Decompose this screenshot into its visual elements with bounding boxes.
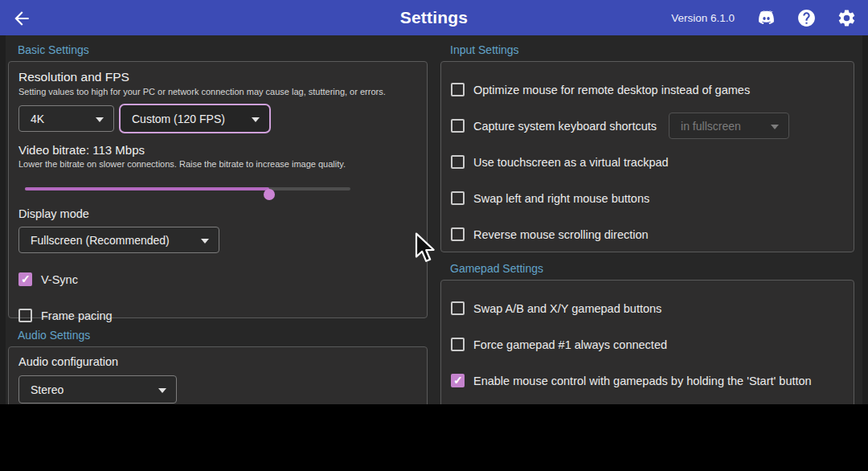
force-gamepad-checkbox[interactable] (451, 338, 465, 351)
input-settings-header: Input Settings (450, 43, 519, 56)
optimize-mouse-checkbox[interactable] (451, 83, 465, 96)
help-button[interactable] (796, 7, 817, 28)
swap-gamepad-buttons-checkbox[interactable] (451, 301, 465, 315)
discord-icon (756, 8, 776, 28)
touchscreen-trackpad-label: Use touchscreen as a virtual trackpad (473, 156, 669, 169)
vsync-label: V-Sync (41, 273, 78, 286)
chevron-down-icon (96, 117, 104, 122)
capture-shortcuts-mode-dropdown: in fullscreen (669, 113, 789, 139)
gamepad-settings-header: Gamepad Settings (450, 262, 543, 275)
swap-mouse-buttons-label: Swap left and right mouse buttons (473, 192, 649, 205)
capture-shortcuts-mode-value: in fullscreen (681, 120, 741, 133)
optimize-mouse-label: Optimize mouse for remote desktop instea… (473, 84, 750, 96)
mouse-control-gamepad-checkbox-row[interactable]: Enable mouse control with gamepads by ho… (451, 362, 844, 399)
slider-handle[interactable] (264, 189, 275, 200)
resolution-fps-description: Setting values too high for your PC or n… (18, 87, 417, 96)
chevron-down-icon (201, 239, 209, 244)
swap-mouse-buttons-checkbox-row[interactable]: Swap left and right mouse buttons (451, 180, 844, 216)
chevron-down-icon (158, 388, 166, 393)
top-bar: Settings Version 6.1.0 (0, 0, 868, 35)
optimize-mouse-checkbox-row[interactable]: Optimize mouse for remote desktop instea… (451, 72, 844, 108)
bitrate-slider-fill (25, 187, 269, 190)
frame-pacing-label: Frame pacing (41, 309, 113, 322)
gamepad-settings-group: Swap A/B and X/Y gamepad buttons Force g… (440, 280, 854, 404)
version-label: Version 6.1.0 (671, 12, 735, 24)
vsync-checkbox[interactable] (18, 272, 32, 286)
audio-settings-header: Audio Settings (18, 329, 90, 342)
vsync-checkbox-row[interactable]: V-Sync (18, 261, 417, 297)
audio-configuration-dropdown[interactable]: Stereo (18, 375, 177, 403)
bitrate-description: Lower the bitrate on slower connections.… (18, 159, 417, 169)
help-icon (796, 8, 817, 28)
resolution-dropdown[interactable]: 4K (18, 105, 114, 132)
input-settings-group: Optimize mouse for remote desktop instea… (440, 61, 854, 252)
mouse-control-gamepad-checkbox[interactable] (451, 374, 465, 387)
chevron-down-icon (771, 125, 779, 129)
swap-mouse-buttons-checkbox[interactable] (451, 191, 465, 205)
reverse-scrolling-checkbox-row[interactable]: Reverse mouse scrolling direction (451, 216, 844, 252)
touchscreen-trackpad-checkbox-row[interactable]: Use touchscreen as a virtual trackpad (451, 144, 844, 180)
reverse-scrolling-label: Reverse mouse scrolling direction (473, 228, 649, 241)
capture-shortcuts-label: Capture system keyboard shortcuts (473, 120, 657, 133)
audio-configuration-label: Audio configuration (18, 355, 417, 368)
display-mode-value: Fullscreen (Recommended) (31, 234, 170, 247)
discord-button[interactable] (755, 7, 776, 28)
audio-settings-group: Audio configuration Stereo (8, 346, 428, 404)
reverse-scrolling-checkbox[interactable] (451, 227, 465, 241)
resolution-value: 4K (31, 113, 44, 125)
gear-icon (837, 8, 857, 28)
bitrate-slider[interactable] (25, 183, 350, 195)
settings-button[interactable] (836, 7, 857, 28)
audio-configuration-value: Stereo (31, 383, 63, 396)
swap-gamepad-buttons-label: Swap A/B and X/Y gamepad buttons (473, 302, 661, 315)
left-edge (0, 35, 6, 404)
top-bar-actions: Version 6.1.0 (671, 0, 857, 35)
swap-gamepad-buttons-checkbox-row[interactable]: Swap A/B and X/Y gamepad buttons (451, 290, 844, 326)
force-gamepad-checkbox-row[interactable]: Force gamepad #1 always connected (451, 326, 844, 362)
resolution-fps-title: Resolution and FPS (18, 70, 417, 84)
force-gamepad-label: Force gamepad #1 always connected (473, 338, 667, 351)
settings-content: Basic Settings Resolution and FPS Settin… (0, 35, 868, 404)
bitrate-title: Video bitrate: 113 Mbps (18, 143, 417, 157)
basic-settings-header: Basic Settings (18, 43, 89, 56)
basic-settings-group: Resolution and FPS Setting values too hi… (8, 61, 428, 318)
scrollbar-track[interactable] (862, 35, 868, 404)
capture-shortcuts-checkbox-row[interactable]: Capture system keyboard shortcuts in ful… (451, 108, 844, 144)
fps-value: Custom (120 FPS) (132, 113, 225, 125)
display-mode-label: Display mode (18, 207, 417, 220)
settings-screen: Settings Version 6.1.0 (0, 0, 868, 471)
frame-pacing-checkbox[interactable] (18, 309, 32, 322)
display-mode-dropdown[interactable]: Fullscreen (Recommended) (18, 227, 219, 253)
capture-shortcuts-checkbox[interactable] (451, 119, 465, 133)
touchscreen-trackpad-checkbox[interactable] (451, 155, 465, 169)
fps-dropdown[interactable]: Custom (120 FPS) (119, 104, 271, 133)
chevron-down-icon (252, 117, 260, 122)
mouse-control-gamepad-label: Enable mouse control with gamepads by ho… (473, 375, 812, 387)
